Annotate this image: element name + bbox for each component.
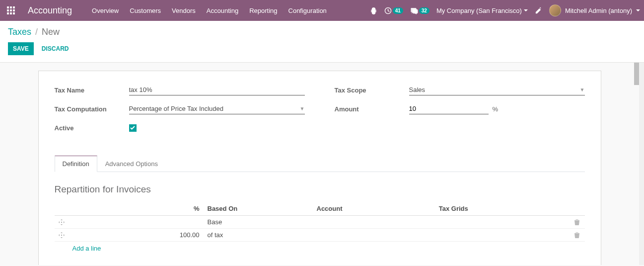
- user-name: Mitchell Admin (antony): [565, 7, 632, 14]
- svg-rect-4: [10, 9, 12, 11]
- topbar-right: 41 32 My Company (San Francisco) Mitchel…: [370, 4, 640, 16]
- topbar: Accounting Overview Customers Vendors Ac…: [0, 0, 644, 21]
- section-repartition-invoices: Repartition for Invoices: [55, 184, 585, 195]
- label-tax-name: Tax Name: [55, 87, 129, 94]
- cell-pct[interactable]: [70, 216, 204, 229]
- breadcrumb-separator: /: [35, 27, 38, 37]
- messages-button[interactable]: 32: [410, 7, 429, 14]
- col-tax-grids: Tax Grids: [435, 202, 570, 216]
- cell-based-on[interactable]: Base: [204, 216, 313, 229]
- chevron-down-icon: [636, 8, 640, 12]
- company-switcher[interactable]: My Company (San Francisco): [436, 7, 528, 14]
- svg-rect-2: [13, 6, 15, 8]
- chevron-down-icon: [524, 8, 528, 12]
- label-tax-computation: Tax Computation: [55, 105, 129, 113]
- main-menu: Overview Customers Vendors Accounting Re…: [87, 2, 370, 19]
- delete-row-icon[interactable]: [570, 229, 585, 242]
- svg-rect-6: [7, 12, 9, 14]
- cell-pct[interactable]: 100.00: [70, 229, 204, 242]
- col-account: Account: [313, 202, 435, 216]
- activities-button[interactable]: 41: [384, 7, 403, 14]
- tab-definition[interactable]: Definition: [55, 156, 97, 172]
- breadcrumb-parent[interactable]: Taxes: [8, 27, 31, 37]
- amount-suffix: %: [493, 105, 499, 113]
- menu-accounting[interactable]: Accounting: [202, 2, 243, 19]
- label-active: Active: [55, 124, 129, 132]
- company-name: My Company (San Francisco): [436, 7, 522, 14]
- svg-rect-7: [10, 12, 12, 14]
- debug-icon[interactable]: [370, 7, 377, 14]
- add-line-button[interactable]: Add a line: [55, 242, 585, 255]
- cell-tax-grids[interactable]: [435, 229, 570, 242]
- svg-rect-5: [13, 9, 15, 11]
- label-amount: Amount: [335, 105, 409, 113]
- cell-account[interactable]: [313, 216, 435, 229]
- tax-name-field[interactable]: [129, 85, 305, 95]
- tabs: Definition Advanced Options: [55, 156, 585, 172]
- tab-advanced-options[interactable]: Advanced Options: [97, 156, 166, 172]
- save-button[interactable]: Save: [8, 42, 34, 55]
- label-tax-scope: Tax Scope: [335, 87, 409, 94]
- svg-rect-3: [7, 9, 9, 11]
- drag-handle-icon[interactable]: [55, 216, 70, 229]
- delete-row-icon[interactable]: [570, 216, 585, 229]
- drag-handle-icon[interactable]: [55, 229, 70, 242]
- col-based-on: Based On: [204, 202, 313, 216]
- amount-field[interactable]: [409, 103, 489, 114]
- chevron-down-icon: ▼: [300, 106, 305, 111]
- tax-computation-field[interactable]: Percentage of Price Tax Included ▼: [129, 103, 305, 114]
- menu-configuration[interactable]: Configuration: [284, 2, 332, 19]
- activities-badge: 41: [393, 7, 403, 14]
- menu-vendors[interactable]: Vendors: [167, 2, 201, 19]
- repartition-table: % Based On Account Tax Grids Base: [55, 202, 585, 255]
- form-viewport: Tax Name Tax Computation Percentage of P…: [0, 63, 644, 265]
- menu-reporting[interactable]: Reporting: [244, 2, 282, 19]
- tax-scope-field[interactable]: Sales ▼: [409, 85, 585, 95]
- user-menu[interactable]: Mitchell Admin (antony): [549, 4, 640, 16]
- avatar: [549, 4, 561, 16]
- svg-rect-8: [13, 12, 15, 14]
- chevron-down-icon: ▼: [580, 87, 585, 92]
- app-title[interactable]: Accounting: [28, 5, 72, 16]
- control-panel: Taxes / New Save Discard: [0, 21, 644, 63]
- breadcrumb: Taxes / New: [8, 25, 636, 37]
- menu-overview[interactable]: Overview: [87, 2, 124, 19]
- table-row[interactable]: Base: [55, 216, 585, 229]
- cell-account[interactable]: [313, 229, 435, 242]
- menu-customers[interactable]: Customers: [125, 2, 166, 19]
- tax-computation-value: Percentage of Price Tax Included: [129, 103, 297, 114]
- cell-based-on[interactable]: of tax: [204, 229, 313, 242]
- settings-icon[interactable]: [535, 7, 542, 14]
- breadcrumb-current: New: [42, 27, 60, 37]
- col-pct: %: [70, 202, 204, 216]
- svg-rect-0: [7, 6, 9, 8]
- control-buttons: Save Discard: [8, 42, 636, 55]
- discard-button[interactable]: Discard: [37, 42, 74, 55]
- tax-scope-value: Sales: [409, 85, 577, 95]
- table-row[interactable]: 100.00 of tax: [55, 229, 585, 242]
- form-sheet: Tax Name Tax Computation Percentage of P…: [38, 71, 601, 265]
- cell-tax-grids[interactable]: [435, 216, 570, 229]
- apps-icon[interactable]: [4, 3, 18, 17]
- svg-rect-1: [10, 6, 12, 8]
- messages-badge: 32: [419, 7, 429, 14]
- active-checkbox[interactable]: [129, 124, 137, 132]
